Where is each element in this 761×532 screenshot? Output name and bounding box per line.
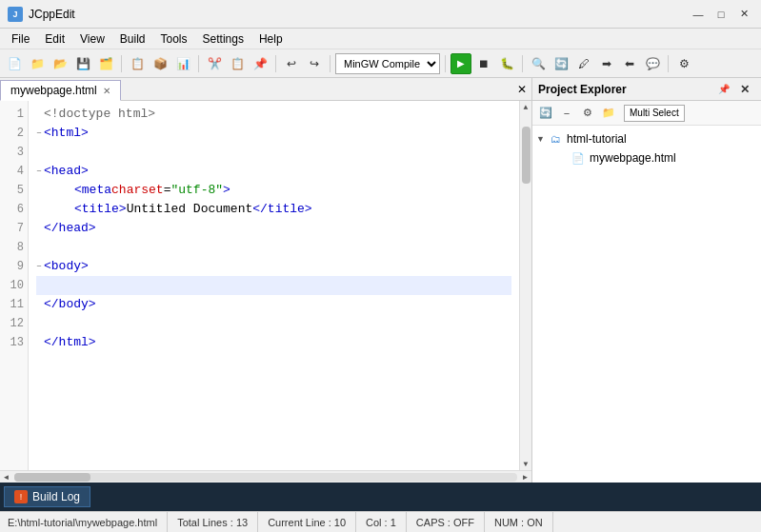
menu-bar: File Edit View Build Tools Settings Help [0, 29, 761, 49]
status-current-line: Current Line : 10 [258, 512, 356, 532]
redo-button[interactable]: ↪ [304, 53, 325, 74]
pe-title: Project Explorer [538, 83, 713, 96]
app-icon: J [8, 7, 23, 22]
menu-help[interactable]: Help [251, 30, 290, 48]
menu-tools[interactable]: Tools [153, 30, 195, 48]
scroll-thumb[interactable] [522, 127, 531, 184]
menu-view[interactable]: View [72, 30, 112, 48]
code-line-highlighted [36, 276, 511, 295]
save-all-button[interactable]: 🗂️ [95, 53, 116, 74]
build-btn-2[interactable]: 📦 [150, 53, 170, 74]
toolbar-sep-7 [668, 55, 669, 72]
project-icon: 🗂 [548, 131, 563, 147]
tab-panel-close[interactable]: ✕ [512, 79, 531, 100]
code-line [36, 314, 511, 333]
code-content[interactable]: <!doctype html> –<html> –<head> <meta ch… [29, 101, 519, 470]
fold-placeholder [36, 333, 42, 352]
title-bar: J JCppEdit — □ ✕ [0, 0, 761, 29]
project-explorer: Project Explorer 📌 ✕ 🔄 − ⚙ 📁 Multi Selec… [532, 78, 761, 483]
fold-icon[interactable]: – [36, 162, 42, 181]
settings-button[interactable]: ⚙ [673, 53, 694, 74]
code-line: </html> [36, 333, 511, 352]
h-scroll-thumb[interactable] [14, 473, 90, 482]
tab-bar: mywebpage.html ✕ ✕ [0, 78, 531, 101]
project-name: html-tutorial [567, 132, 627, 146]
build-log-icon: ! [14, 490, 28, 503]
menu-settings[interactable]: Settings [195, 30, 251, 48]
build-btn-1[interactable]: 📋 [127, 53, 148, 74]
indent-button[interactable]: ➡ [596, 53, 617, 74]
new-folder-button[interactable]: 📁 [27, 53, 48, 74]
tab-close-button[interactable]: ✕ [103, 86, 110, 96]
debug-button[interactable]: 🐛 [496, 53, 517, 74]
search-button[interactable]: 🔍 [528, 53, 549, 74]
menu-build[interactable]: Build [112, 30, 153, 48]
editor-tab[interactable]: mywebpage.html ✕ [0, 80, 121, 101]
fold-icon[interactable]: – [36, 124, 42, 143]
build-log-label: Build Log [32, 490, 80, 503]
fold-placeholder [36, 295, 42, 314]
status-col: Col : 1 [356, 512, 407, 532]
toolbar-sep-2 [198, 55, 199, 72]
multi-select-button[interactable]: Multi Select [624, 105, 685, 122]
scroll-down-arrow[interactable]: ▼ [520, 458, 532, 470]
pe-collapse-button[interactable]: − [557, 104, 576, 123]
tree-item-file[interactable]: 📄 mywebpage.html [532, 148, 761, 167]
code-line: <!doctype html> [36, 105, 511, 124]
menu-edit[interactable]: Edit [37, 30, 72, 48]
minimize-button[interactable]: — [689, 5, 708, 24]
code-line [36, 238, 511, 257]
pe-folder-button[interactable]: 📁 [599, 104, 618, 123]
compiler-select[interactable]: MinGW Compiler MSVC GCC [335, 53, 440, 74]
toolbar-sep-4 [330, 55, 330, 72]
h-scrollbar[interactable]: ◄ ► [0, 470, 531, 483]
fold-icon[interactable]: – [36, 257, 42, 276]
copy-button[interactable]: 📋 [227, 53, 248, 74]
pe-toolbar: 🔄 − ⚙ 📁 Multi Select [532, 101, 761, 126]
scroll-right-arrow[interactable]: ► [519, 471, 531, 483]
open-button[interactable]: 📂 [50, 53, 70, 74]
tab-filename: mywebpage.html [10, 84, 97, 97]
editor-panel: mywebpage.html ✕ ✕ 12345 678910 111213 <… [0, 78, 532, 483]
comment-button[interactable]: 💬 [642, 53, 663, 74]
undo-button[interactable]: ↩ [281, 53, 302, 74]
editor-scrollbar[interactable]: ▲ ▼ [519, 101, 531, 470]
fold-placeholder [36, 314, 42, 333]
app-title: JCppEdit [29, 8, 689, 21]
main-content: mywebpage.html ✕ ✕ 12345 678910 111213 <… [0, 78, 761, 483]
pe-pin-button[interactable]: 📌 [713, 79, 734, 100]
save-button[interactable]: 💾 [72, 53, 93, 74]
format-button[interactable]: 🖊 [573, 53, 594, 74]
stop-button[interactable]: ⏹ [473, 53, 494, 74]
maximize-button[interactable]: □ [711, 5, 731, 24]
code-line [36, 143, 511, 162]
toolbar: 📄 📁 📂 💾 🗂️ 📋 📦 📊 ✂️ 📋 📌 ↩ ↪ MinGW Compil… [0, 49, 761, 78]
toolbar-sep-5 [445, 55, 446, 72]
code-editor[interactable]: 12345 678910 111213 <!doctype html> –<ht… [0, 101, 531, 470]
status-num: NUM : ON [485, 512, 553, 532]
paste-button[interactable]: 📌 [250, 53, 270, 74]
new-file-button[interactable]: 📄 [4, 53, 25, 74]
tree-item-project[interactable]: ▼ 🗂 html-tutorial [532, 129, 761, 148]
bottom-panel: ! Build Log [0, 483, 761, 511]
build-btn-3[interactable]: 📊 [172, 53, 193, 74]
replace-button[interactable]: 🔄 [551, 53, 571, 74]
toolbar-sep-6 [522, 55, 523, 72]
pe-settings-button[interactable]: ⚙ [578, 104, 597, 123]
pe-refresh-button[interactable]: 🔄 [536, 104, 555, 123]
outdent-button[interactable]: ⬅ [619, 53, 640, 74]
scroll-left-arrow[interactable]: ◄ [0, 471, 12, 483]
close-button[interactable]: ✕ [734, 5, 753, 24]
scroll-up-arrow[interactable]: ▲ [520, 101, 532, 113]
fold-placeholder [36, 200, 42, 219]
run-button[interactable]: ▶ [451, 53, 471, 74]
code-line: </body> [36, 295, 511, 314]
pe-close-button[interactable]: ✕ [734, 79, 755, 100]
toolbar-sep-3 [275, 55, 276, 72]
menu-file[interactable]: File [4, 30, 37, 48]
fold-placeholder [36, 105, 42, 124]
editor-body: 12345 678910 111213 <!doctype html> –<ht… [0, 101, 531, 483]
cut-button[interactable]: ✂️ [204, 53, 225, 74]
build-log-tab[interactable]: ! Build Log [4, 486, 90, 507]
status-path: E:\html-tutorial\mywebpage.html [8, 512, 168, 532]
